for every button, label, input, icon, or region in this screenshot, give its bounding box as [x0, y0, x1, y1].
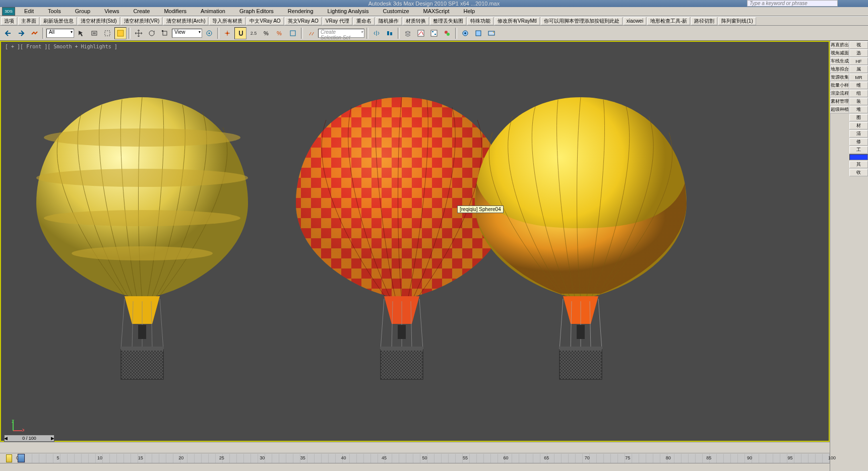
panel-btn[interactable]: 视 — [849, 41, 868, 49]
link-icon[interactable] — [28, 27, 40, 39]
schematic-view-icon[interactable] — [428, 27, 440, 39]
panel-btn[interactable]: 收 — [849, 169, 868, 176]
rotate-icon[interactable] — [146, 27, 158, 39]
render-frame-icon[interactable] — [472, 27, 484, 39]
mirror-icon[interactable] — [370, 27, 383, 39]
menu-animation[interactable]: Animation — [194, 7, 232, 16]
material-editor-icon[interactable] — [441, 27, 453, 39]
panel-btn[interactable]: 属 — [849, 65, 868, 73]
panel-btn[interactable]: 图 — [849, 114, 868, 121]
script-btn[interactable]: xiaowei — [624, 17, 646, 25]
edit-named-sel-icon[interactable] — [287, 27, 299, 39]
menu-create[interactable]: Create — [126, 7, 157, 16]
ref-coord-dropdown[interactable]: View — [172, 29, 202, 38]
percent-snap-icon[interactable]: % — [261, 27, 273, 39]
menu-group[interactable]: Group — [68, 7, 98, 16]
render-setup-icon[interactable] — [459, 27, 471, 39]
menu-views[interactable]: Views — [97, 7, 126, 16]
script-btn[interactable]: 地形检查工具-新 — [647, 17, 690, 25]
manipulate-icon[interactable] — [221, 27, 233, 39]
menu-maxscript[interactable]: MAXScript — [416, 7, 457, 16]
selection-filter-dropdown[interactable]: All — [46, 29, 74, 38]
named-sel-dropdown[interactable]: Create Selection Set — [318, 29, 364, 38]
help-search-input[interactable] — [747, 0, 838, 7]
angle-snap-icon[interactable]: 2.5 — [247, 27, 260, 39]
script-btn[interactable]: 刷新场景信息 — [40, 17, 77, 25]
select-object-icon[interactable] — [75, 27, 87, 39]
curve-editor-icon[interactable] — [415, 27, 427, 39]
script-btn[interactable]: 英文VRay AO — [285, 17, 322, 25]
panel-btn[interactable]: 渲染流程 — [830, 90, 849, 97]
panel-btn[interactable]: 其 — [849, 161, 868, 168]
panel-btn[interactable]: 批量小样 — [830, 82, 849, 89]
script-btn[interactable]: 修改所有VRayMtl — [494, 17, 540, 25]
script-btn[interactable]: 阵列窗到线(1) — [718, 17, 756, 25]
color-swatch[interactable] — [849, 154, 868, 160]
time-slider-row[interactable]: 0510152025303540455055606570758085909510… — [0, 453, 830, 463]
menu-edit[interactable]: Edit — [17, 7, 41, 16]
time-ruler[interactable]: 0 / 100 — [0, 442, 830, 453]
undo-icon[interactable] — [2, 27, 14, 39]
script-btn[interactable]: 特殊功能 — [467, 17, 493, 25]
redo-icon[interactable] — [15, 27, 27, 39]
snap-toggle-icon[interactable] — [234, 27, 246, 39]
menu-lighting[interactable]: Lighting Analysis — [321, 7, 376, 16]
panel-btn[interactable]: 修 — [849, 138, 868, 146]
script-btn[interactable]: 中文VRay AO — [246, 17, 283, 25]
script-btn[interactable]: 主界面 — [18, 17, 39, 25]
panel-btn[interactable]: 超级种植 — [830, 106, 849, 113]
panel-btn[interactable]: 堆 — [849, 106, 868, 113]
align-icon[interactable] — [384, 27, 396, 39]
script-btn[interactable]: 整理丢失贴图 — [430, 17, 466, 25]
select-name-icon[interactable] — [88, 27, 100, 39]
script-btn[interactable]: 清空材质球(Arch) — [163, 17, 208, 25]
panel-btn[interactable]: 资源收集 — [830, 74, 849, 81]
script-btn[interactable]: VRay 代理 — [323, 17, 352, 25]
panel-btn[interactable]: 选 — [849, 49, 868, 57]
panel-btn[interactable]: 装 — [849, 98, 868, 105]
spinner-snap-icon[interactable]: % — [274, 27, 286, 39]
menu-rendering[interactable]: Rendering — [281, 7, 321, 16]
time-ticks[interactable]: 0510152025303540455055606570758085909510… — [18, 454, 830, 463]
menu-tools[interactable]: Tools — [41, 7, 68, 16]
panel-btn[interactable]: HF — [849, 57, 868, 65]
menu-modifiers[interactable]: Modifiers — [157, 7, 194, 16]
window-crossing-icon[interactable] — [114, 27, 127, 39]
render-icon[interactable] — [485, 27, 498, 39]
script-btn[interactable]: 清空材质球(VR) — [121, 17, 163, 25]
scale-icon[interactable] — [159, 27, 171, 39]
panel-btn[interactable]: MR — [849, 74, 868, 81]
panel-btn[interactable]: 组 — [849, 90, 868, 97]
panel-btn[interactable]: 工 — [849, 146, 868, 154]
menu-grapheditors[interactable]: Graph Editors — [232, 7, 281, 16]
pivot-icon[interactable] — [203, 27, 215, 39]
viewport-front[interactable]: [ + ][ Front ][ Smooth + Highlights ] [r… — [0, 41, 830, 442]
script-btn[interactable]: 你可以用脚本管理添加按钮到此处 — [541, 17, 623, 25]
edit-sel-set-icon[interactable] — [305, 27, 317, 39]
panel-btn[interactable]: 材 — [849, 122, 868, 129]
layer-manager-icon[interactable] — [402, 27, 414, 39]
panel-btn[interactable]: 地形拟合 — [830, 65, 849, 73]
title-bar: Autodesk 3ds Max Design 2010 SP1 x64 ...… — [0, 0, 868, 7]
menu-help[interactable]: Help — [457, 7, 482, 16]
time-slider-handle[interactable] — [18, 454, 25, 462]
script-btn[interactable]: 清空材质球(Std) — [78, 17, 120, 25]
menu-customize[interactable]: Customize — [376, 7, 416, 16]
script-btn[interactable]: 重命名 — [353, 17, 375, 25]
frame-indicator[interactable]: 0 / 100 — [4, 435, 54, 442]
panel-btn[interactable]: 清 — [849, 130, 868, 138]
script-btn[interactable]: 材质转换 — [403, 17, 429, 25]
panel-btn[interactable]: 素材管理 — [830, 98, 849, 105]
script-btn[interactable]: 路径切割 — [691, 17, 717, 25]
app-logo-icon[interactable]: 3DS — [2, 7, 15, 16]
panel-btn[interactable]: 维 — [849, 82, 868, 89]
script-btn[interactable]: 导入所有材质 — [209, 17, 245, 25]
move-icon[interactable] — [133, 27, 145, 39]
select-rect-icon[interactable] — [101, 27, 113, 39]
panel-btn[interactable]: 车线生成 — [830, 57, 849, 65]
script-btn[interactable]: 随机操作 — [376, 17, 402, 25]
panel-btn[interactable]: 视角减面 — [830, 49, 849, 57]
script-btn[interactable]: 选项 — [1, 17, 17, 25]
panel-btn[interactable]: 再直挤出 — [830, 41, 849, 49]
autokey-icon[interactable] — [6, 454, 12, 462]
